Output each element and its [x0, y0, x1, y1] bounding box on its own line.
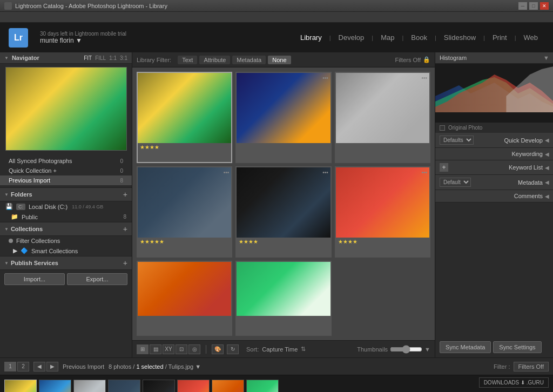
tab-print[interactable]: Print: [486, 31, 514, 44]
maximize-button[interactable]: □: [529, 2, 538, 10]
filter-metadata-button[interactable]: Metadata: [232, 56, 266, 64]
folder-local-disk[interactable]: 💾 C: Local Disk (C:) 11.0 / 49.4 GB: [0, 201, 132, 212]
sync-metadata-button[interactable]: Sync Metadata: [440, 341, 491, 353]
next-arrow-button[interactable]: ▶: [46, 362, 58, 371]
sort-value[interactable]: Capture Time: [262, 346, 298, 353]
user-name[interactable]: munte florin ▼: [40, 37, 126, 44]
original-photo-label: Original Photo: [448, 125, 482, 131]
navigator-title: ▼ Navigator: [4, 55, 39, 61]
view-compare-button[interactable]: XY: [163, 344, 174, 354]
watermark: DOWNLOADS ⬇ .GURU: [479, 377, 549, 388]
page-buttons: 1 2: [4, 362, 29, 371]
tab-book[interactable]: Book: [404, 31, 434, 44]
collections-header[interactable]: ▼ Collections +: [0, 222, 132, 236]
disk-icon: 💾: [5, 203, 13, 210]
zoom-fit[interactable]: FIT: [84, 55, 92, 61]
sync-settings-button[interactable]: Sync Settings: [493, 341, 541, 353]
view-people-button[interactable]: ◎: [188, 344, 200, 354]
import-button[interactable]: Import...: [4, 273, 65, 285]
quick-develop-preset-select[interactable]: Defaults: [440, 136, 474, 145]
minimize-button[interactable]: ─: [518, 2, 527, 10]
tab-develop[interactable]: Develop: [332, 31, 371, 44]
rotate-button[interactable]: ↻: [227, 344, 239, 354]
photo-cell-4[interactable]: ••• ★★★★★: [137, 166, 232, 258]
filmstrip-thumb-3[interactable]: ★★★★★: [73, 380, 106, 393]
folder-icon: 📁: [11, 213, 18, 220]
filter-collections[interactable]: Filter Collections: [0, 236, 132, 246]
tab-map[interactable]: Map: [374, 31, 401, 44]
zoom-controls: FIT FILL 1:1 3:1: [84, 55, 127, 61]
navigator-preview: [5, 67, 127, 151]
filter-label: Library Filter:: [137, 57, 171, 63]
view-survey-button[interactable]: ⊡: [176, 344, 187, 354]
zoom-fill[interactable]: FILL: [95, 55, 106, 61]
original-photo-checkbox[interactable]: [440, 125, 445, 131]
keyword-list-title: Keyword List: [509, 164, 543, 171]
page-2-button[interactable]: 2: [17, 362, 29, 371]
photo-grid: ★★★★ ••• ••• ••• ★★★★★ ••• ★★★★: [132, 67, 435, 340]
photo-cell-3[interactable]: •••: [335, 72, 430, 163]
filmstrip-thumb-7[interactable]: ★★★: [212, 380, 244, 393]
publish-services-add-button[interactable]: +: [123, 259, 127, 267]
filter-none-button[interactable]: None: [268, 56, 291, 64]
view-loupe-button[interactable]: ▤: [150, 344, 161, 354]
close-button[interactable]: ✕: [540, 2, 549, 10]
photo-cell-7[interactable]: [137, 261, 232, 336]
keyword-list-section[interactable]: + Keyword List ◀: [435, 160, 553, 175]
filmstrip-thumb-8[interactable]: ★★★: [246, 380, 279, 393]
quick-develop-section[interactable]: Defaults Quick Develop ◀: [435, 133, 553, 148]
photo-cell-6[interactable]: ••• ★★★★: [335, 166, 430, 258]
folders-collapse-icon: ▼: [4, 192, 9, 197]
tab-slideshow[interactable]: Slideshow: [437, 31, 482, 44]
spray-button[interactable]: 🎨: [212, 344, 224, 354]
keyword-add-button[interactable]: +: [440, 163, 448, 172]
photo-cell-1[interactable]: ★★★★: [137, 72, 232, 163]
filter-attribute-button[interactable]: Attribute: [199, 56, 230, 64]
filmstrip-thumb-1[interactable]: ★★★★: [4, 380, 37, 393]
comments-section[interactable]: Comments ◀: [435, 190, 553, 202]
histogram-collapse-icon[interactable]: ▼: [543, 55, 549, 61]
filmstrip-thumb-5[interactable]: ★★★★★: [143, 380, 175, 393]
thumbnail-size-slider[interactable]: [390, 345, 422, 354]
folders-add-button[interactable]: +: [123, 190, 127, 199]
bottom-toolbar: ⊞ ▤ XY ⊡ ◎ 🎨 ↻ Sort: Capture Time ⇅ Thum…: [132, 340, 435, 357]
metadata-preset-select[interactable]: Default: [440, 178, 471, 187]
export-button[interactable]: Export...: [67, 273, 127, 285]
view-grid-button[interactable]: ⊞: [137, 344, 149, 354]
right-panel: Histogram ▼: [435, 52, 553, 357]
sort-direction-icon[interactable]: ⇅: [301, 346, 306, 353]
photo-cell-5[interactable]: ••• ★★★★: [235, 166, 331, 258]
strip-filters-off-button[interactable]: Filters Off: [514, 362, 549, 371]
keywording-section[interactable]: Keywording ◀: [435, 148, 553, 160]
lr-logo: Lr: [9, 28, 28, 48]
filmstrip-thumb-4[interactable]: ★★★★★: [108, 380, 140, 393]
thumbnails-dropdown-icon[interactable]: ▼: [424, 346, 430, 353]
photo-cell-8[interactable]: [235, 261, 331, 336]
folder-public[interactable]: 📁 Public 8: [0, 212, 132, 222]
nav-tabs: Library | Develop | Map | Book | Slidesh…: [294, 31, 544, 44]
folders-header[interactable]: ▼ Folders +: [0, 187, 132, 201]
catalog-all-synced[interactable]: All Synced Photographs 0: [0, 156, 132, 166]
catalog-previous-import[interactable]: Previous Import 8: [0, 175, 132, 185]
filter-text-button[interactable]: Text: [178, 56, 197, 64]
publish-services-header[interactable]: ▼ Publish Services +: [0, 256, 132, 270]
tab-library[interactable]: Library: [294, 31, 328, 44]
source-label: Previous Import: [63, 363, 104, 370]
zoom-1-1[interactable]: 1:1: [109, 55, 117, 61]
sync-buttons-row: Sync Metadata Sync Settings: [435, 337, 553, 357]
bottom-strip: 1 2 ◀ ▶ Previous Import 8 photos / 1 sel…: [0, 357, 553, 375]
navigator-header[interactable]: ▼ Navigator FIT FILL 1:1 3:1: [0, 52, 132, 64]
filmstrip-thumb-2[interactable]: ★★★: [39, 380, 71, 393]
filmstrip-thumb-6[interactable]: ★★★: [177, 380, 210, 393]
zoom-3-1[interactable]: 3:1: [120, 55, 127, 61]
menu-bar: [0, 12, 553, 23]
keyword-list-arrow-icon: ◀: [545, 165, 549, 171]
tab-web[interactable]: Web: [517, 31, 545, 44]
prev-arrow-button[interactable]: ◀: [33, 362, 45, 371]
smart-collections[interactable]: ▶ 🔷 Smart Collections: [0, 246, 132, 256]
photo-cell-2[interactable]: •••: [235, 72, 331, 163]
catalog-quick-collection[interactable]: Quick Collection + 0: [0, 166, 132, 175]
page-1-button[interactable]: 1: [4, 362, 16, 371]
collections-add-button[interactable]: +: [123, 225, 127, 233]
metadata-section[interactable]: Default Metadata ◀: [435, 175, 553, 190]
